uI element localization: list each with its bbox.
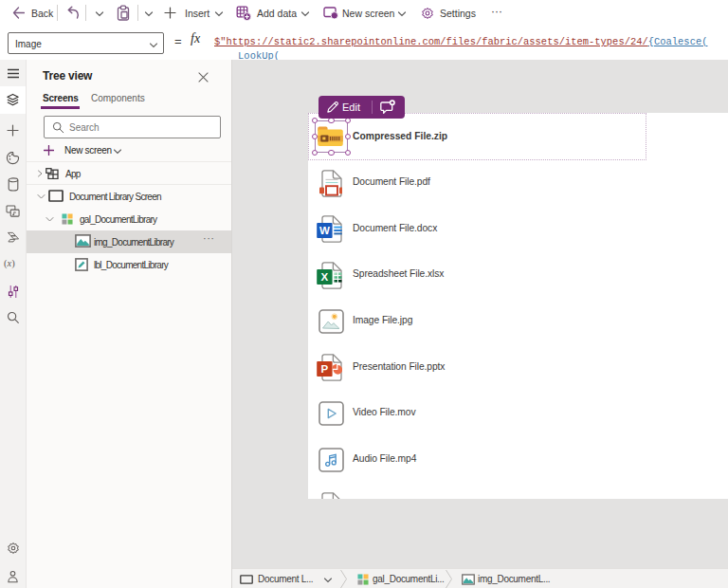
svg-text:W: W	[319, 225, 330, 236]
svg-text:P: P	[321, 363, 329, 375]
svg-text:X: X	[321, 271, 329, 283]
